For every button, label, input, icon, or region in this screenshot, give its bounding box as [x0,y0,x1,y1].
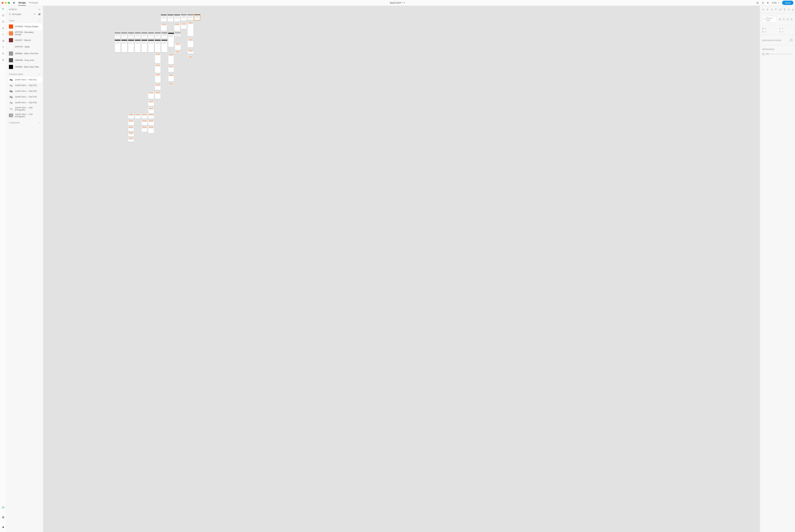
artboard-label[interactable]: … [155,72,156,74]
artboard[interactable] [121,40,127,52]
artboard-label[interactable]: … [155,82,156,84]
artboard-label[interactable]: … [128,118,129,120]
artboard[interactable]: … [155,33,160,38]
artboard[interactable]: … [148,101,154,106]
document-title[interactable]: Bashi MVP * ▼ [390,2,405,4]
grid-view-icon[interactable] [38,13,40,15]
artboard[interactable] [115,40,120,52]
artboard-label[interactable]: … [121,31,123,32]
artboard[interactable]: … [141,114,147,118]
artboard[interactable]: … [148,114,154,118]
align-hcenter-icon[interactable] [766,8,769,11]
plugins-panel-icon[interactable] [2,526,5,529]
ellipse-tool-icon[interactable] [2,20,5,23]
char-style-row[interactable]: AgJosefin Sans — 25pt (H2) [7,82,42,88]
color-swatch-row[interactable]: #812E27 - Maroon [7,37,42,43]
assets-panel-icon[interactable] [2,506,5,509]
artboard-label[interactable]: … [161,13,162,14]
zoom-control[interactable]: 2.5% ▼ [772,2,779,4]
artboard-label[interactable]: … [188,37,189,39]
artboard[interactable] [141,40,147,52]
artboard[interactable]: … [155,53,160,63]
artboard-label[interactable]: … [128,112,129,113]
share-button[interactable]: Share [782,1,793,5]
canvas[interactable]: …………………………………………………………………………………………………………… [43,6,760,532]
artboard-label[interactable]: … [175,31,176,32]
artboard[interactable]: … [174,15,180,22]
artboard-label[interactable]: … [141,125,143,126]
device-preview-icon[interactable] [762,1,764,4]
artboard-label[interactable]: … [141,31,143,32]
select-tool-icon[interactable] [2,7,5,11]
char-style-row[interactable]: AgJosefin Sans — 18pt (Paragraph) [7,106,42,112]
artboard[interactable]: … [168,66,174,72]
artboard[interactable]: … [168,74,174,81]
layers-panel-icon[interactable] [2,516,5,519]
line-tool-icon[interactable] [2,33,5,36]
artboard[interactable] [188,50,193,54]
x-value[interactable]: 0 [782,28,792,30]
intersect-icon[interactable] [787,18,789,21]
artboard[interactable] [181,23,187,29]
artboard-label[interactable]: … [188,13,189,14]
artboard[interactable]: … [141,127,147,132]
home-icon[interactable] [13,2,15,4]
artboard-tool-icon[interactable] [2,52,5,55]
artboard[interactable] [128,40,134,52]
assets-filter[interactable]: All Assets ▼ [6,12,43,17]
artboard-label[interactable]: … [155,31,156,32]
artboard[interactable] [188,56,193,58]
y-value[interactable]: 0 [782,31,792,33]
opacity-slider[interactable] [771,54,793,54]
color-swatch-row[interactable]: #98989A - Italics, Fine Print [7,50,42,57]
artboard[interactable]: … [168,83,174,86]
polygon-tool-icon[interactable] [2,27,5,30]
artboard-label[interactable]: … [168,31,170,32]
responsive-resize-toggle[interactable] [788,39,793,41]
align-bottom-icon[interactable] [792,8,794,11]
add-asset-icon[interactable]: ＋ [38,8,40,11]
char-style-row[interactable]: AgJosefin Sans — 24pt (H4) [7,94,42,100]
artboard[interactable]: … [135,33,140,38]
artboard-label[interactable]: … [128,136,129,137]
union-icon[interactable] [779,18,781,21]
artboard[interactable]: … [148,127,154,133]
artboard[interactable] [175,51,181,53]
artboard-label[interactable]: … [155,52,156,53]
artboard-label[interactable]: … [141,118,143,120]
artboard[interactable]: … [188,39,193,48]
artboard[interactable]: … [168,54,174,64]
artboard[interactable]: … [128,138,134,142]
zoom-tool-icon[interactable] [2,58,5,61]
artboard[interactable] [161,23,167,31]
artboard[interactable]: … [161,15,167,22]
artboard[interactable] [135,40,140,52]
height-value[interactable]: 0 [765,31,775,33]
align-top-icon[interactable] [775,8,777,11]
align-right-icon[interactable] [770,8,773,11]
artboard[interactable]: … [181,15,187,21]
rectangle-tool-icon[interactable] [2,14,5,17]
artboard-label[interactable]: … [155,90,156,91]
artboard-label[interactable]: … [168,64,170,65]
add-component-icon[interactable]: ＋ [39,121,40,124]
artboard-label[interactable]: … [168,73,170,74]
char-style-row[interactable]: AgJosefin Sans — 17pt (Paragraph) [7,112,42,119]
artboard[interactable]: … [155,84,160,90]
artboard-label[interactable]: … [181,13,182,14]
color-swatch-row[interactable]: #FF7F40 - Secondary Orange [7,30,42,37]
artboard-label[interactable]: … [148,106,149,107]
artboard[interactable]: … [148,92,154,99]
artboard[interactable]: … [188,15,193,20]
subtract-icon[interactable] [782,18,785,21]
color-swatch-row[interactable]: #4E4E4E - Grey, Icons [7,57,42,63]
artboard[interactable]: … [128,33,134,38]
artboard[interactable] [155,40,160,52]
text-tool-icon[interactable] [2,46,5,49]
artboard-label[interactable]: … [128,125,129,126]
artboard-label[interactable]: … [135,31,136,32]
artboard-label[interactable]: … [115,31,116,32]
artboard[interactable]: … [175,33,181,37]
artboard-label[interactable]: … [148,99,149,100]
artboard-label[interactable]: … [162,31,163,32]
